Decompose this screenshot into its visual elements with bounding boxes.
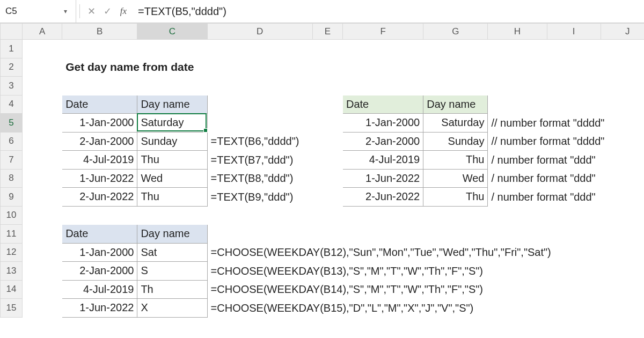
col-header-D[interactable]: D [207, 24, 312, 40]
chevron-down-icon[interactable]: ▾ [61, 8, 70, 15]
cell-G5[interactable]: Saturday [423, 114, 488, 133]
cell[interactable] [207, 95, 312, 114]
row-header-14[interactable]: 14 [1, 280, 23, 299]
row-header-15[interactable]: 15 [1, 299, 23, 318]
cell-C6[interactable]: Sunday [137, 132, 207, 151]
cell[interactable] [23, 77, 644, 95]
table2-header-dayname[interactable]: Day name [423, 95, 488, 114]
cell-C14[interactable]: Th [137, 280, 207, 299]
col-header-A[interactable]: A [23, 24, 62, 40]
formula-input[interactable]: =TEXT(B5,"dddd") [131, 5, 644, 18]
cell-B6[interactable]: 2-Jan-2000 [62, 132, 137, 151]
cell-B5[interactable]: 1-Jan-2000 [62, 114, 137, 133]
cell-C7[interactable]: Thu [137, 151, 207, 170]
cell[interactable] [23, 169, 62, 188]
cell[interactable] [23, 58, 62, 77]
cell-C8[interactable]: Wed [137, 169, 207, 188]
table3-header-date[interactable]: Date [62, 225, 137, 244]
row-header-9[interactable]: 9 [1, 188, 23, 207]
cell-H9-note[interactable]: / number format "ddd" [488, 188, 644, 207]
cell-B15[interactable]: 1-Jun-2022 [62, 299, 137, 318]
col-header-I[interactable]: I [547, 24, 601, 40]
cell-F6[interactable]: 2-Jan-2000 [342, 132, 423, 151]
cell-D6[interactable]: =TEXT(B6,"dddd") [207, 132, 312, 151]
cell-D14[interactable]: =CHOOSE(WEEKDAY(B14),"S","M","T","W","Th… [207, 280, 644, 299]
cell-D9[interactable]: =TEXT(B9,"ddd") [207, 188, 312, 207]
col-header-J[interactable]: J [601, 24, 644, 40]
col-header-E[interactable]: E [312, 24, 342, 40]
cell-D13[interactable]: =CHOOSE(WEEKDAY(B13),"S","M","T","W","Th… [207, 262, 644, 281]
cell[interactable] [312, 169, 342, 188]
page-title[interactable]: Get day name from date [62, 58, 137, 77]
cell-F7[interactable]: 4-Jul-2019 [342, 151, 423, 170]
cell-G8[interactable]: Wed [423, 169, 488, 188]
cell[interactable] [23, 206, 644, 225]
cell-C13[interactable]: S [137, 262, 207, 281]
col-header-F[interactable]: F [342, 24, 423, 40]
cell[interactable] [312, 151, 342, 170]
row-header-3[interactable]: 3 [1, 77, 23, 95]
cell-D12[interactable]: =CHOOSE(WEEKDAY(B12),"Sun","Mon","Tue","… [207, 243, 644, 262]
select-all-corner[interactable] [1, 24, 23, 40]
cell[interactable] [23, 151, 62, 170]
cell[interactable] [23, 188, 62, 207]
name-box[interactable]: C5 ▾ [0, 0, 76, 23]
cell[interactable] [23, 95, 62, 114]
col-header-B[interactable]: B [62, 24, 137, 40]
cell[interactable] [23, 114, 62, 133]
cell-G6[interactable]: Sunday [423, 132, 488, 151]
cell-B12[interactable]: 1-Jan-2000 [62, 243, 137, 262]
cell[interactable] [312, 114, 342, 133]
cell[interactable] [23, 299, 62, 318]
cell-D5[interactable] [207, 114, 312, 133]
cell-G9[interactable]: Thu [423, 188, 488, 207]
cell-B9[interactable]: 2-Jun-2022 [62, 188, 137, 207]
col-header-C[interactable]: C [137, 24, 207, 40]
cell[interactable] [23, 132, 62, 151]
table3-header-dayname[interactable]: Day name [137, 225, 207, 244]
cell-C5-active[interactable]: Saturday [137, 114, 207, 133]
cell-C12[interactable]: Sat [137, 243, 207, 262]
cell-C9[interactable]: Thu [137, 188, 207, 207]
cell[interactable] [312, 95, 342, 114]
row-header-13[interactable]: 13 [1, 262, 23, 281]
row-header-4[interactable]: 4 [1, 95, 23, 114]
cell-B7[interactable]: 4-Jul-2019 [62, 151, 137, 170]
cancel-icon[interactable]: ✕ [83, 5, 99, 17]
cell[interactable] [137, 58, 644, 77]
col-header-G[interactable]: G [423, 24, 488, 40]
cell-F9[interactable]: 2-Jun-2022 [342, 188, 423, 207]
cell[interactable] [23, 225, 62, 244]
cell[interactable] [312, 188, 342, 207]
cell-H6-note[interactable]: // number format "dddd" [488, 132, 644, 151]
row-header-1[interactable]: 1 [1, 40, 23, 58]
cell-F8[interactable]: 1-Jun-2022 [342, 169, 423, 188]
row-header-8[interactable]: 8 [1, 169, 23, 188]
cell-H5-note[interactable]: // number format "dddd" [488, 114, 644, 133]
cell-D8[interactable]: =TEXT(B8,"ddd") [207, 169, 312, 188]
cell-F5[interactable]: 1-Jan-2000 [342, 114, 423, 133]
fx-icon[interactable]: fx [115, 6, 131, 17]
col-header-H[interactable]: H [488, 24, 547, 40]
cell-D15[interactable]: =CHOOSE(WEEKDAY(B15),"D","L","M","X","J"… [207, 299, 644, 318]
row-header-7[interactable]: 7 [1, 151, 23, 170]
cell-G7[interactable]: Thu [423, 151, 488, 170]
cell[interactable] [23, 280, 62, 299]
cell-B14[interactable]: 4-Jul-2019 [62, 280, 137, 299]
row-header-10[interactable]: 10 [1, 206, 23, 225]
cell-D7[interactable]: =TEXT(B7,"ddd") [207, 151, 312, 170]
enter-icon[interactable]: ✓ [99, 5, 115, 17]
cell-H7-note[interactable]: / number format "ddd" [488, 151, 644, 170]
cell[interactable] [23, 243, 62, 262]
cell[interactable] [488, 95, 644, 114]
cell[interactable] [207, 225, 644, 244]
row-header-12[interactable]: 12 [1, 243, 23, 262]
row-header-11[interactable]: 11 [1, 225, 23, 244]
cell-H8-note[interactable]: / number format "ddd" [488, 169, 644, 188]
cell[interactable] [23, 40, 644, 58]
cell[interactable] [23, 262, 62, 281]
row-header-2[interactable]: 2 [1, 58, 23, 77]
table1-header-date[interactable]: Date [62, 95, 137, 114]
table2-header-date[interactable]: Date [342, 95, 423, 114]
table1-header-dayname[interactable]: Day name [137, 95, 207, 114]
